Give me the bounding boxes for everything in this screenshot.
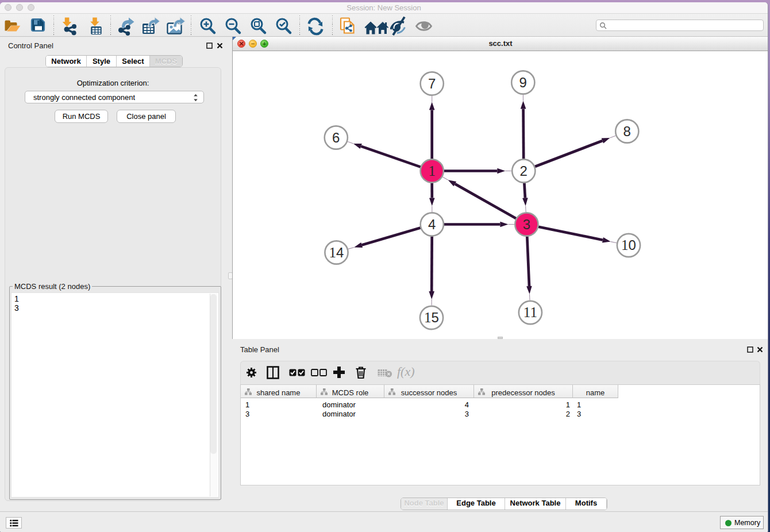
- svg-text:11: 11: [523, 304, 537, 320]
- svg-text:15: 15: [424, 310, 439, 325]
- svg-text:3: 3: [523, 217, 530, 232]
- svg-text:4: 4: [428, 217, 436, 232]
- svg-text:2: 2: [520, 163, 528, 179]
- svg-text:14: 14: [329, 245, 344, 260]
- svg-text:10: 10: [621, 237, 636, 253]
- svg-text:6: 6: [332, 130, 340, 145]
- svg-text:7: 7: [428, 76, 436, 91]
- svg-text:1: 1: [428, 163, 436, 179]
- svg-text:9: 9: [519, 75, 527, 90]
- svg-text:8: 8: [623, 124, 631, 139]
